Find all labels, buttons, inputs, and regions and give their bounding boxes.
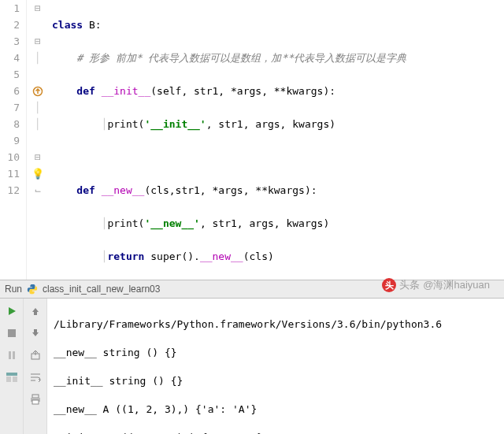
code-editor[interactable]: 1 2 3 4 5 6 7 8 9 10 11 12 ⊟ ⊟ │ │ │ ⊟ 💡…: [0, 0, 504, 280]
watermark-prefix: 头条: [399, 278, 420, 292]
params: (cls,str1, *args, **kwargs):: [144, 184, 317, 196]
watermark-handle: @海渊haiyuan: [423, 278, 490, 292]
down-arrow-icon[interactable]: [28, 325, 43, 341]
bulb-icon[interactable]: 💡: [32, 165, 44, 182]
line-number: 8: [0, 116, 20, 132]
console-line: __new__ A ((1, 2, 3),) {'a': 'A'}: [54, 402, 498, 417]
line-number: 2: [0, 17, 20, 33]
line-number: 9: [0, 132, 20, 149]
fold-icon[interactable]: ⊟: [35, 149, 41, 165]
fold-guide: │: [35, 99, 41, 116]
line-number: 6: [0, 83, 20, 99]
console-output[interactable]: /Library/Frameworks/Python.framework/Ver…: [47, 299, 504, 434]
svg-rect-2: [9, 351, 11, 359]
line-number: 3: [0, 33, 20, 50]
keyword: def: [76, 85, 94, 97]
fold-icon[interactable]: ⊟: [35, 0, 41, 17]
fold-guide: │: [35, 50, 41, 66]
svg-rect-3: [13, 351, 15, 359]
run-config-name[interactable]: class_init_call_new_learn03: [43, 284, 160, 295]
class-name: B:: [83, 19, 101, 31]
stop-button[interactable]: [4, 325, 20, 341]
args: , str1, args, kwargs): [200, 217, 329, 229]
console-line: __init__ A ((1, 2, 3),) {'a': 'A'}: [54, 431, 498, 434]
params: (self, str1, *args, **kwargs):: [150, 85, 335, 97]
comment: # 形参 前加* 代表导入数据可以是数组，加**代表导入数据可以是字典: [76, 52, 406, 64]
layout-button[interactable]: [4, 369, 20, 385]
console-line: __init__ string () {}: [54, 374, 498, 388]
pause-button[interactable]: [4, 347, 20, 363]
svg-rect-4: [6, 373, 17, 376]
override-icon[interactable]: [32, 86, 43, 97]
wrap-icon[interactable]: [28, 369, 43, 385]
svg-rect-10: [32, 400, 39, 404]
watermark: 头 头条 @海渊haiyuan: [382, 278, 490, 292]
function-name: __new__: [102, 184, 145, 196]
svg-rect-8: [32, 395, 39, 398]
svg-rect-5: [6, 377, 11, 382]
string: '__new__': [144, 217, 199, 229]
call: print(: [107, 217, 144, 229]
line-number: 4: [0, 50, 20, 66]
line-number: 7: [0, 99, 20, 116]
code-area[interactable]: class B: # 形参 前加* 代表导入数据可以是数组，加**代表导入数据可…: [49, 0, 504, 280]
print-icon[interactable]: [28, 391, 43, 407]
console-line: /Library/Frameworks/Python.framework/Ver…: [54, 317, 498, 332]
marker-gutter: ⊟ ⊟ │ │ │ ⊟ 💡 ⌙: [27, 0, 49, 280]
call: super().: [150, 250, 200, 262]
function-name: __init__: [102, 85, 151, 97]
run-toolbar-primary: [0, 299, 24, 434]
svg-rect-6: [13, 377, 17, 382]
args: , str1, args, kwargs): [206, 118, 335, 130]
line-number-gutter: 1 2 3 4 5 6 7 8 9 10 11 12: [0, 0, 27, 280]
line-number: 5: [0, 66, 20, 83]
function-name: __new__: [200, 250, 243, 262]
args: (cls): [243, 250, 274, 262]
line-number: 11: [0, 165, 20, 182]
svg-rect-1: [8, 329, 16, 337]
fold-guide: │: [35, 116, 41, 132]
call: print(: [107, 118, 144, 130]
run-button[interactable]: [4, 303, 20, 319]
run-panel: /Library/Frameworks/Python.framework/Ver…: [0, 299, 504, 434]
fold-icon[interactable]: ⊟: [35, 33, 41, 50]
run-toolbar-secondary: [24, 299, 47, 434]
line-number: 10: [0, 149, 20, 165]
python-file-icon: [27, 284, 38, 295]
keyword: def: [76, 184, 94, 196]
export-icon[interactable]: [28, 347, 43, 363]
line-number: 12: [0, 182, 20, 198]
up-arrow-icon[interactable]: [28, 303, 43, 319]
string: '__init__': [144, 118, 206, 130]
run-label: Run: [5, 284, 22, 295]
watermark-logo-icon: 头: [382, 278, 396, 292]
keyword: return: [107, 250, 144, 262]
line-number: 1: [0, 0, 20, 17]
fold-end-icon: ⌙: [35, 182, 41, 198]
keyword: class: [52, 19, 83, 31]
console-line: __new__ string () {}: [54, 346, 498, 360]
